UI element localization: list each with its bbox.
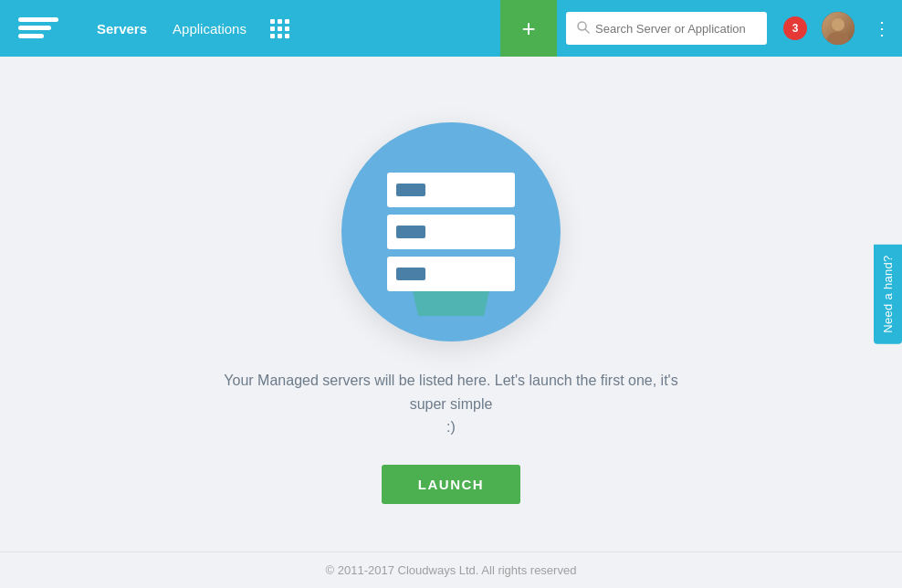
grid-dot	[285, 34, 289, 38]
server-indicator-1	[396, 184, 425, 196]
svg-line-5	[585, 29, 589, 33]
server-stack	[387, 173, 515, 291]
more-menu-button[interactable]: ⋮	[862, 0, 902, 57]
grid-dot	[285, 26, 289, 31]
footer-copyright: © 2011-2017 Cloudways Ltd. All rights re…	[326, 563, 577, 577]
nav-applications[interactable]: Applications	[160, 0, 259, 57]
server-illustration	[341, 122, 561, 341]
grid-dot	[270, 19, 275, 24]
need-hand-widget[interactable]: Need a hand?	[874, 244, 902, 343]
grid-dot	[278, 34, 282, 38]
grid-dot	[285, 19, 289, 24]
main-content: Your Managed servers will be listed here…	[0, 57, 902, 551]
nav-servers[interactable]: Servers	[84, 0, 160, 57]
grid-dot	[270, 34, 275, 38]
need-hand-label[interactable]: Need a hand?	[874, 244, 902, 343]
grid-dot	[278, 19, 282, 24]
grid-menu-icon[interactable]	[259, 0, 300, 57]
grid-dot	[270, 26, 275, 31]
search-icon	[577, 21, 590, 37]
logo-area[interactable]	[0, 12, 84, 45]
footer: © 2011-2017 Cloudways Ltd. All rights re…	[0, 551, 902, 588]
description-line2: :)	[446, 419, 456, 435]
main-header: Servers Applications + 3	[0, 0, 902, 57]
search-area	[566, 12, 767, 45]
notification-badge[interactable]: 3	[783, 16, 807, 40]
svg-point-7	[827, 32, 849, 45]
cloudways-logo-icon	[15, 12, 62, 45]
avatar[interactable]	[822, 12, 855, 45]
server-indicator-2	[396, 226, 425, 238]
launch-button[interactable]: LAUNCH	[382, 465, 520, 504]
server-row-1	[387, 173, 515, 207]
grid-dot	[278, 26, 282, 31]
svg-point-6	[832, 18, 844, 31]
svg-rect-2	[18, 26, 51, 30]
avatar-image	[822, 12, 855, 45]
server-row-2	[387, 215, 515, 249]
svg-rect-1	[18, 17, 58, 22]
server-row-3	[387, 257, 515, 291]
server-indicator-3	[396, 268, 425, 280]
description-line1: Your Managed servers will be listed here…	[224, 373, 677, 412]
svg-rect-3	[18, 34, 44, 38]
grid-dots	[270, 19, 289, 38]
add-button[interactable]: +	[500, 0, 557, 57]
description-text: Your Managed servers will be listed here…	[214, 369, 688, 439]
search-input[interactable]	[595, 22, 756, 36]
